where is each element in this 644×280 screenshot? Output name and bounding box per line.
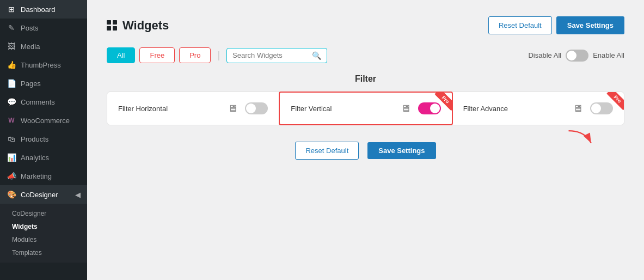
sidebar-arrow-icon: ◀ xyxy=(75,191,81,199)
search-box[interactable]: 🔍 xyxy=(226,48,327,63)
header-row: Widgets Reset Default Save Settings xyxy=(107,16,624,34)
toggle-row: Disable All Enable All xyxy=(528,50,624,62)
bottom-reset-button[interactable]: Reset Default xyxy=(295,142,359,160)
bottom-save-button[interactable]: Save Settings xyxy=(367,142,436,159)
search-icon: 🔍 xyxy=(312,51,321,60)
sidebar-item-analytics[interactable]: 📊 Analytics xyxy=(0,148,87,167)
widgets-row: Filter Horizontal 🖥 Pro Filter Vertical … xyxy=(107,92,624,125)
sidebar-item-media[interactable]: 🖼 Media xyxy=(0,37,87,56)
widgets-icon xyxy=(107,20,117,31)
header-buttons: Reset Default Save Settings xyxy=(488,16,624,34)
main-content: Widgets Reset Default Save Settings All … xyxy=(87,0,644,280)
sidebar: ⊞ Dashboard ✎ Posts 🖼 Media 👍 ThumbPress… xyxy=(0,0,87,280)
sidebar-item-codesigner[interactable]: 🎨 CoDesigner ◀ xyxy=(0,185,87,204)
filter-vertical-toggle[interactable] xyxy=(418,102,441,114)
monitor-icon-advance: 🖥 xyxy=(573,103,582,114)
media-icon: 🖼 xyxy=(7,41,16,51)
sidebar-sub-item-templates[interactable]: Templates xyxy=(0,246,87,259)
header-reset-button[interactable]: Reset Default xyxy=(488,16,552,34)
tab-pro[interactable]: Pro xyxy=(179,47,211,63)
posts-icon: ✎ xyxy=(7,23,16,33)
filter-advance-toggle[interactable] xyxy=(590,102,613,114)
sidebar-item-comments[interactable]: 💬 Comments xyxy=(0,93,87,111)
widget-card-filter-advance: Pro Filter Advance 🖥 xyxy=(452,92,624,125)
sidebar-sub-item-codesigner[interactable]: CoDesigner xyxy=(0,207,87,220)
sidebar-item-woocommerce[interactable]: W WooCommerce xyxy=(0,111,87,130)
sidebar-sub-item-widgets[interactable]: Widgets xyxy=(0,220,87,233)
sidebar-item-products[interactable]: 🛍 Products xyxy=(0,130,87,148)
monitor-icon: 🖥 xyxy=(228,103,237,114)
sidebar-sub-item-modules[interactable]: Modules xyxy=(0,233,87,246)
sidebar-item-marketing[interactable]: 📣 Marketing xyxy=(0,167,87,185)
tab-free[interactable]: Free xyxy=(139,47,175,63)
widget-card-filter-horizontal: Filter Horizontal 🖥 xyxy=(107,92,279,125)
analytics-icon: 📊 xyxy=(7,153,16,162)
tab-divider: | xyxy=(217,50,220,61)
marketing-icon: 📣 xyxy=(7,171,16,181)
pages-icon: 📄 xyxy=(7,78,16,88)
widget-card-filter-vertical: Pro Filter Vertical 🖥 xyxy=(279,92,452,125)
sidebar-item-thumbpress[interactable]: 👍 ThumbPress xyxy=(0,56,87,74)
comments-icon: 💬 xyxy=(7,97,16,107)
section-title: Filter xyxy=(107,74,624,84)
arrow-indicator xyxy=(565,125,597,153)
sidebar-item-pages[interactable]: 📄 Pages xyxy=(0,74,87,93)
header-save-button[interactable]: Save Settings xyxy=(556,16,624,34)
monitor-icon-vertical: 🖥 xyxy=(401,103,410,114)
disable-all-toggle[interactable] xyxy=(566,50,588,62)
sidebar-item-posts[interactable]: ✎ Posts xyxy=(0,19,87,37)
tab-all[interactable]: All xyxy=(107,47,135,63)
sidebar-item-dashboard[interactable]: ⊞ Dashboard xyxy=(0,0,87,19)
sidebar-submenu: CoDesigner Widgets Modules Templates xyxy=(0,204,87,263)
filter-tabs: All Free Pro | 🔍 Disable All Enable All xyxy=(107,47,624,63)
filter-horizontal-toggle[interactable] xyxy=(245,102,268,114)
bottom-row: Reset Default Save Settings xyxy=(107,142,624,160)
thumbpress-icon: 👍 xyxy=(7,60,16,70)
dashboard-icon: ⊞ xyxy=(7,4,16,14)
search-input[interactable] xyxy=(232,51,309,59)
woocommerce-icon: W xyxy=(7,115,16,125)
codesigner-icon: 🎨 xyxy=(7,190,16,199)
products-icon: 🛍 xyxy=(7,134,16,144)
page-title: Widgets xyxy=(107,19,169,33)
